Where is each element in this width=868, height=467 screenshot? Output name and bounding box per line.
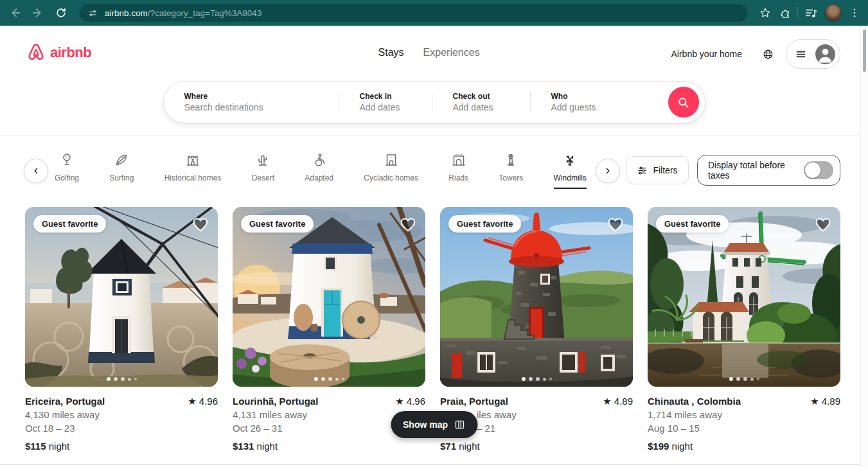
listing-price: $71 bbox=[440, 441, 456, 452]
who-label: Who bbox=[551, 92, 668, 101]
photo-pagination-dots bbox=[648, 377, 840, 381]
browser-profile-avatar[interactable] bbox=[824, 4, 842, 22]
footer-divider bbox=[0, 464, 868, 467]
chrome-menu-icon[interactable] bbox=[849, 7, 860, 19]
listing-price-unit: night bbox=[456, 441, 480, 452]
categories-scroll-right-button[interactable] bbox=[596, 159, 620, 183]
tab-stays[interactable]: Stays bbox=[378, 47, 404, 58]
tab-experiences[interactable]: Experiences bbox=[423, 47, 480, 58]
category-bar: Golfing Surfing Historical homes Desert … bbox=[55, 152, 587, 189]
search-who[interactable]: Who Add guests bbox=[531, 82, 668, 123]
windmill-icon bbox=[562, 152, 578, 168]
search-checkout[interactable]: Check out Add dates bbox=[432, 82, 530, 123]
listing-rating: ★ 4.89 bbox=[603, 394, 633, 408]
listing-photo[interactable]: Guest favorite bbox=[233, 207, 425, 387]
wishlist-heart-icon[interactable] bbox=[399, 215, 417, 233]
media-controls-icon[interactable] bbox=[804, 6, 818, 20]
listing-photo[interactable]: Guest favorite bbox=[25, 207, 218, 387]
browser-toolbar: airbnb.com/?category_tag=Tag%3A8043 bbox=[0, 0, 868, 26]
hamburger-menu-icon bbox=[795, 49, 806, 60]
cactus-icon bbox=[255, 152, 270, 168]
listing-photo[interactable]: Guest favorite bbox=[440, 207, 633, 387]
scrollbar-thumb[interactable] bbox=[863, 30, 866, 72]
where-label: Where bbox=[184, 92, 339, 101]
main-nav: Stays Experiences bbox=[378, 47, 480, 58]
user-menu-button[interactable] bbox=[786, 39, 840, 69]
airbnb-your-home-link[interactable]: Airbnb your home bbox=[663, 42, 750, 66]
category-golfing[interactable]: Golfing bbox=[55, 152, 79, 189]
category-adapted[interactable]: Adapted bbox=[305, 152, 333, 189]
page-scrollbar[interactable] bbox=[860, 26, 868, 467]
listing-location: Chinauta , Colombia bbox=[648, 394, 741, 408]
listing-location: Ericeira, Portugal bbox=[25, 394, 105, 408]
guest-favorite-badge: Guest favorite bbox=[33, 215, 106, 233]
checkin-value: Add dates bbox=[360, 102, 432, 112]
checkout-label: Check out bbox=[453, 92, 530, 101]
checkin-label: Check in bbox=[360, 92, 432, 101]
listing-photo[interactable]: Guest favorite bbox=[648, 207, 840, 387]
search-icon bbox=[677, 96, 689, 109]
search-button[interactable] bbox=[668, 87, 699, 118]
url-bar[interactable]: airbnb.com/?category_tag=Tag%3A8043 bbox=[80, 4, 747, 22]
cycladic-house-icon bbox=[384, 152, 399, 168]
listing-price: $115 bbox=[25, 441, 46, 452]
airbnb-belo-icon bbox=[26, 42, 46, 63]
category-riads[interactable]: Riads bbox=[448, 152, 468, 189]
filters-sliders-icon bbox=[637, 165, 648, 176]
listing-distance: 1,714 miles away bbox=[648, 408, 840, 421]
airbnb-page: airbnb Stays Experiences Airbnb your hom… bbox=[0, 26, 868, 467]
guest-favorite-badge: Guest favorite bbox=[656, 215, 729, 233]
reload-icon[interactable] bbox=[50, 2, 72, 24]
wishlist-heart-icon[interactable] bbox=[607, 215, 624, 233]
listing-card: Guest favorite Chinauta , Colombia★ 4.89… bbox=[648, 207, 840, 453]
forward-icon[interactable] bbox=[27, 2, 49, 24]
golf-ball-icon bbox=[59, 152, 75, 168]
listing-rating: ★ 4.96 bbox=[188, 394, 218, 408]
category-towers[interactable]: Towers bbox=[499, 152, 523, 189]
category-surfing[interactable]: Surfing bbox=[109, 152, 134, 189]
listing-location: Praia, Portugal bbox=[440, 394, 508, 408]
language-globe-button[interactable] bbox=[755, 41, 781, 67]
bookmark-star-icon[interactable] bbox=[759, 6, 772, 19]
toolbar-divider bbox=[797, 7, 798, 19]
photo-pagination-dots bbox=[25, 377, 218, 381]
wishlist-heart-icon[interactable] bbox=[191, 215, 209, 233]
category-historical-homes[interactable]: Historical homes bbox=[164, 152, 222, 189]
listing-location: Lourinhã, Portugal bbox=[233, 394, 318, 408]
url-text: airbnb.com/?category_tag=Tag%3A8043 bbox=[105, 8, 261, 18]
url-host: airbnb.com bbox=[105, 8, 148, 18]
site-settings-icon[interactable] bbox=[87, 8, 98, 19]
chevron-left-icon bbox=[31, 166, 40, 175]
profile-avatar-icon bbox=[815, 44, 835, 64]
windmill-photo-illustration bbox=[233, 207, 425, 387]
photo-pagination-dots bbox=[440, 377, 633, 381]
listing-dates: Aug 10 – 15 bbox=[648, 421, 840, 435]
display-total-toggle[interactable] bbox=[804, 161, 833, 179]
category-cycladic-homes[interactable]: Cycladic homes bbox=[364, 152, 418, 189]
globe-icon bbox=[763, 49, 774, 60]
listing-distance: 4,130 miles away bbox=[25, 408, 218, 421]
wishlist-heart-icon[interactable] bbox=[814, 215, 832, 233]
listing-price-unit: night bbox=[46, 441, 70, 452]
airbnb-logo[interactable]: airbnb bbox=[26, 42, 91, 63]
show-map-button[interactable]: Show map bbox=[391, 411, 477, 438]
category-windmills[interactable]: Windmills bbox=[554, 152, 587, 189]
categories-scroll-left-button[interactable] bbox=[24, 159, 48, 183]
wheelchair-icon bbox=[312, 152, 327, 168]
where-placeholder: Search destinations bbox=[184, 102, 339, 112]
search-where[interactable]: Where Search destinations bbox=[164, 82, 339, 123]
category-desert[interactable]: Desert bbox=[252, 152, 274, 189]
site-header: airbnb Stays Experiences Airbnb your hom… bbox=[0, 26, 868, 136]
listing-info[interactable]: Ericeira, Portugal★ 4.96 4,130 miles awa… bbox=[25, 394, 218, 453]
filters-button[interactable]: Filters bbox=[626, 156, 689, 184]
chevron-right-icon bbox=[603, 166, 612, 175]
tower-icon bbox=[503, 152, 518, 168]
riad-arch-icon bbox=[451, 152, 466, 168]
windmill-photo-illustration bbox=[648, 207, 840, 387]
listing-info[interactable]: Chinauta , Colombia★ 4.89 1,714 miles aw… bbox=[648, 394, 840, 453]
search-checkin[interactable]: Check in Add dates bbox=[339, 82, 432, 123]
guest-favorite-badge: Guest favorite bbox=[448, 215, 521, 233]
extensions-icon[interactable] bbox=[778, 6, 791, 19]
back-icon[interactable] bbox=[4, 2, 26, 24]
photo-pagination-dots bbox=[233, 377, 425, 381]
